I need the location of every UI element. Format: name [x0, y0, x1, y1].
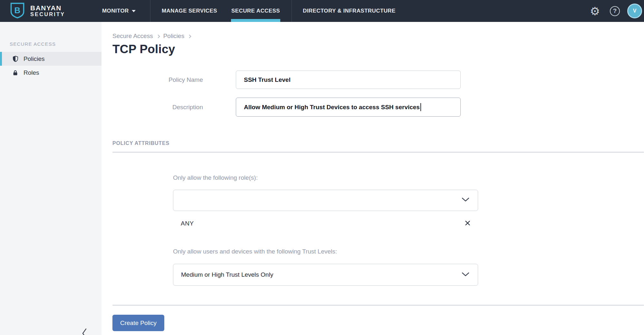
- main-content: Secure Access Policies TCP Policy Policy…: [101, 22, 644, 335]
- nav-divider: [150, 0, 150, 22]
- avatar: V: [627, 4, 642, 18]
- close-icon: [465, 220, 470, 227]
- svg-text:B: B: [14, 5, 21, 15]
- help-button[interactable]: ?: [610, 0, 620, 22]
- policy-name-label: Policy Name: [112, 76, 203, 83]
- brand-line2: SECURITY: [30, 12, 65, 17]
- policy-name-row: Policy Name: [112, 71, 461, 89]
- top-nav: B BANYAN SECURITY MONITOR MANAGE SERVICE…: [0, 0, 644, 22]
- sidebar-item-roles-label: Roles: [24, 69, 39, 76]
- chevron-right-icon: [187, 34, 191, 38]
- roles-select[interactable]: [173, 190, 478, 211]
- trust-levels-select-value: Medium or High Trust Levels Only: [181, 271, 273, 278]
- description-label: Description: [112, 104, 203, 111]
- remove-role-button[interactable]: [465, 220, 470, 227]
- trust-levels-select[interactable]: Medium or High Trust Levels Only: [173, 264, 478, 286]
- section-divider: [112, 152, 644, 153]
- nav-item-monitor-label: MONITOR: [102, 8, 129, 14]
- trust-levels-field-label: Only allow users and devices with the fo…: [173, 248, 337, 255]
- help-icon: ?: [610, 6, 620, 16]
- breadcrumb: Secure Access Policies: [112, 33, 191, 40]
- banyan-shield-icon: B: [9, 2, 26, 20]
- chevron-down-icon: [462, 197, 469, 203]
- sidebar-item-policies-label: Policies: [24, 55, 44, 62]
- user-menu[interactable]: V: [627, 0, 642, 22]
- section-divider: [112, 305, 644, 306]
- text-cursor: [420, 103, 421, 111]
- description-input[interactable]: Allow Medium or High Trust Devices to ac…: [236, 98, 461, 117]
- brand-text: BANYAN SECURITY: [30, 5, 65, 17]
- banyan-logo[interactable]: B BANYAN SECURITY: [9, 0, 65, 22]
- sidebar-item-roles[interactable]: Roles: [0, 66, 101, 80]
- sidebar-item-policies[interactable]: Policies: [0, 52, 101, 66]
- nav-item-directory-infrastructure[interactable]: DIRECTORY & INFRASTRUCTURE: [303, 0, 396, 22]
- policy-name-input[interactable]: [236, 71, 461, 89]
- page-title: TCP Policy: [112, 43, 175, 56]
- nav-item-secure-access[interactable]: SECURE ACCESS: [231, 0, 280, 22]
- chevron-down-icon: [462, 271, 469, 278]
- description-row: Description Allow Medium or High Trust D…: [112, 98, 461, 117]
- lock-icon: [12, 69, 19, 76]
- gear-icon: ⚙: [590, 5, 600, 17]
- selected-role-row: ANY: [173, 218, 478, 229]
- settings-button[interactable]: ⚙: [590, 0, 600, 22]
- roles-field-label: Only allow the following role(s):: [173, 174, 258, 181]
- nav-item-manage-services[interactable]: MANAGE SERVICES: [162, 0, 217, 22]
- nav-divider: [292, 0, 292, 22]
- nav-item-manage-services-label: MANAGE SERVICES: [162, 8, 217, 14]
- shield-icon: [12, 55, 19, 62]
- brand-line1: BANYAN: [30, 5, 65, 12]
- sidebar: SECURE ACCESS Policies Roles: [0, 22, 101, 335]
- breadcrumb-policies[interactable]: Policies: [163, 33, 184, 40]
- caret-down-icon: [132, 10, 136, 12]
- selected-role-label: ANY: [181, 220, 194, 227]
- chevron-right-icon: [156, 34, 160, 38]
- policy-attributes-section-title: POLICY ATTRIBUTES: [112, 140, 169, 146]
- sidebar-section-title: SECURE ACCESS: [10, 41, 101, 47]
- sidebar-collapse-button[interactable]: [81, 328, 88, 335]
- nav-item-monitor[interactable]: MONITOR: [102, 0, 136, 22]
- create-policy-button[interactable]: Create Policy: [112, 315, 164, 331]
- description-input-text: Allow Medium or High Trust Devices to ac…: [244, 104, 420, 111]
- breadcrumb-secure-access[interactable]: Secure Access: [112, 33, 153, 40]
- sidebar-list: Policies Roles: [0, 52, 101, 80]
- nav-item-secure-access-label: SECURE ACCESS: [231, 8, 280, 14]
- nav-item-directory-infrastructure-label: DIRECTORY & INFRASTRUCTURE: [303, 8, 396, 14]
